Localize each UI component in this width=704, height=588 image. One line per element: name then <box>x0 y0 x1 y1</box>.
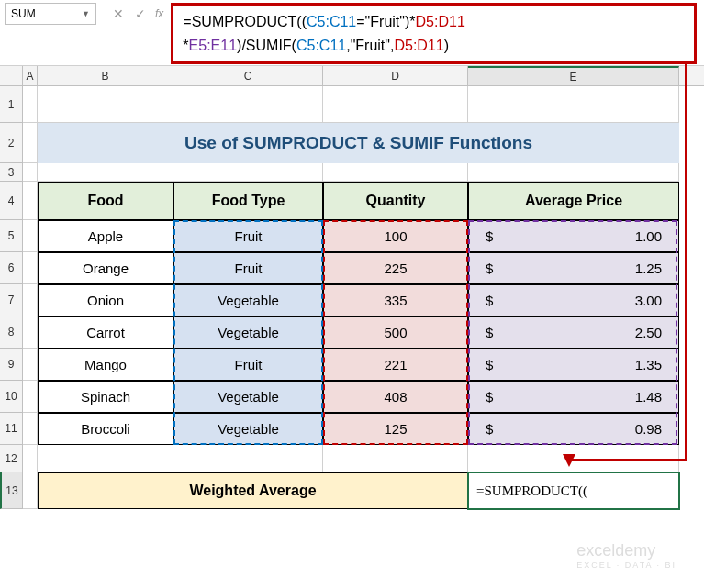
row-header-5[interactable]: 5 <box>0 220 22 252</box>
name-box[interactable]: SUM ▼ <box>5 3 96 25</box>
cell-food[interactable]: Onion <box>38 284 173 316</box>
cell-food[interactable]: Mango <box>38 349 173 381</box>
row-header-7[interactable]: 7 <box>0 284 22 316</box>
col-header-E[interactable]: E <box>468 66 679 85</box>
cell-qty[interactable]: 225 <box>323 252 468 284</box>
cell-price[interactable]: $1.00 <box>468 220 679 252</box>
cell-food[interactable]: Apple <box>38 220 173 252</box>
cancel-formula-icon[interactable]: ✕ <box>107 3 129 25</box>
row-header-8[interactable]: 8 <box>0 316 22 349</box>
row-header-6[interactable]: 6 <box>0 252 22 284</box>
row-header-12[interactable]: 12 <box>0 445 22 472</box>
row-header-3[interactable]: 3 <box>0 163 22 182</box>
accept-formula-icon[interactable]: ✓ <box>129 3 151 25</box>
cell-price[interactable]: $0.98 <box>468 413 679 445</box>
cell-type[interactable]: Fruit <box>173 349 323 381</box>
row-header-13[interactable]: 13 <box>0 472 22 509</box>
cell-type[interactable]: Fruit <box>173 252 323 284</box>
row-header-1[interactable]: 1 <box>0 86 22 123</box>
row-header-11[interactable]: 11 <box>0 413 22 445</box>
cell-food[interactable]: Carrot <box>38 316 173 349</box>
formula-bar-input[interactable]: =SUMPRODUCT((C5:C11="Fruit")*D5:D11*E5:E… <box>183 10 685 57</box>
cell-qty[interactable]: 125 <box>323 413 468 445</box>
cell-price[interactable]: $1.35 <box>468 349 679 381</box>
table-row: BroccoliVegetable125$0.98 <box>23 413 679 445</box>
row-header-10[interactable]: 10 <box>0 381 22 413</box>
cell-type[interactable]: Vegetable <box>173 413 323 445</box>
weighted-average-cell[interactable]: =SUMPRODUCT(( <box>468 472 679 509</box>
cell-qty[interactable]: 100 <box>323 220 468 252</box>
cell-food[interactable]: Spinach <box>38 381 173 413</box>
formula-controls: ✕ ✓ fx <box>107 3 163 25</box>
table-row: CarrotVegetable500$2.50 <box>23 316 679 349</box>
cell-food[interactable]: Broccoli <box>38 413 173 445</box>
col-header-A[interactable]: A <box>23 66 38 85</box>
table-header-qty[interactable]: Quantity <box>323 182 468 220</box>
column-headers: A B C D E <box>0 66 704 86</box>
cell-food[interactable]: Orange <box>38 252 173 284</box>
watermark: exceldemy EXCEL · DATA · BI <box>576 541 676 570</box>
col-header-B[interactable]: B <box>38 66 173 85</box>
table-header-price[interactable]: Average Price <box>468 182 679 220</box>
cell-qty[interactable]: 500 <box>323 316 468 349</box>
cell-type[interactable]: Fruit <box>173 220 323 252</box>
cell-type[interactable]: Vegetable <box>173 381 323 413</box>
row-headers: 1 2 3 4 5 6 7 8 9 10 11 12 13 <box>0 86 23 509</box>
formula-bar-highlight: =SUMPRODUCT((C5:C11="Fruit")*D5:D11*E5:E… <box>171 3 697 64</box>
cell-price[interactable]: $2.50 <box>468 316 679 349</box>
cells-area: Use of SUMPRODUCT & SUMIF Functions Food… <box>23 86 679 509</box>
table-header-food[interactable]: Food <box>38 182 173 220</box>
weighted-average-entry: =SUMPRODUCT(( <box>476 483 587 499</box>
cell-type[interactable]: Vegetable <box>173 316 323 349</box>
formula-bar-area: SUM ▼ ✕ ✓ fx =SUMPRODUCT((C5:C11="Fruit"… <box>0 0 704 66</box>
cell-price[interactable]: $3.00 <box>468 284 679 316</box>
sheet-title[interactable]: Use of SUMPRODUCT & SUMIF Functions <box>38 123 679 163</box>
cell-price[interactable]: $1.48 <box>468 381 679 413</box>
select-all-corner[interactable] <box>0 66 23 85</box>
col-header-D[interactable]: D <box>323 66 468 85</box>
table-row: SpinachVegetable408$1.48 <box>23 381 679 413</box>
row-header-2[interactable]: 2 <box>0 123 22 163</box>
fx-icon[interactable]: fx <box>155 7 163 20</box>
cell-qty[interactable]: 221 <box>323 349 468 381</box>
row-header-9[interactable]: 9 <box>0 349 22 381</box>
cell-price[interactable]: $1.25 <box>468 252 679 284</box>
weighted-average-label[interactable]: Weighted Average <box>38 472 468 509</box>
table-row: AppleFruit100$1.00 <box>23 220 679 252</box>
name-box-dropdown-icon[interactable]: ▼ <box>82 9 90 18</box>
table-header-type[interactable]: Food Type <box>173 182 323 220</box>
row-header-4[interactable]: 4 <box>0 182 22 220</box>
spreadsheet-grid: A B C D E 1 2 3 4 5 6 7 8 9 10 11 12 13 … <box>0 66 704 509</box>
cell-qty[interactable]: 408 <box>323 381 468 413</box>
table-row: MangoFruit221$1.35 <box>23 349 679 381</box>
name-box-value: SUM <box>11 7 36 20</box>
table-row: OrangeFruit225$1.25 <box>23 252 679 284</box>
col-header-C[interactable]: C <box>173 66 323 85</box>
cell-qty[interactable]: 335 <box>323 284 468 316</box>
table-row: OnionVegetable335$3.00 <box>23 284 679 316</box>
cell-type[interactable]: Vegetable <box>173 284 323 316</box>
